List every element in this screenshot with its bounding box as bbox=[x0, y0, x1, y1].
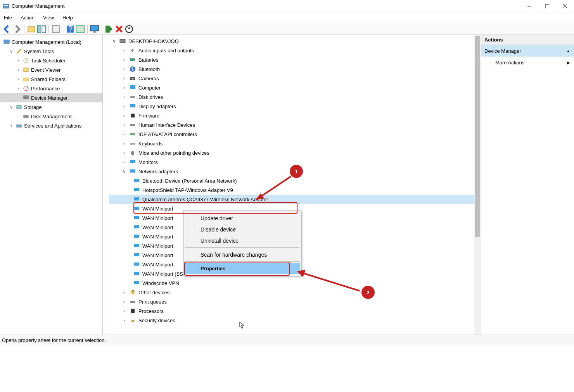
svg-rect-38 bbox=[130, 133, 135, 135]
ctx-uninstall-device[interactable]: Uninstall device bbox=[184, 235, 300, 246]
svg-rect-7 bbox=[38, 26, 41, 33]
expand-icon[interactable]: › bbox=[16, 67, 21, 73]
svg-rect-36 bbox=[131, 114, 135, 117]
hdd-icon bbox=[129, 93, 136, 100]
actions-section[interactable]: Device Manager▲ bbox=[481, 45, 574, 57]
mouse-icon bbox=[129, 149, 136, 156]
menu-view[interactable]: View bbox=[43, 15, 54, 21]
device-root[interactable]: ∨DESKTOP-HOKVJQQ bbox=[109, 36, 481, 46]
dev-hid[interactable]: ›Human Interface Devices bbox=[109, 120, 481, 130]
expand-icon[interactable]: › bbox=[16, 86, 21, 91]
expand-icon[interactable]: › bbox=[16, 58, 21, 63]
svg-rect-45 bbox=[134, 197, 139, 200]
up-button[interactable] bbox=[27, 24, 36, 34]
svg-rect-29 bbox=[134, 59, 135, 60]
tree-event-viewer[interactable]: ›Event Viewer bbox=[0, 65, 102, 74]
dev-bluetooth[interactable]: ›Bluetooth bbox=[109, 64, 481, 74]
svg-rect-48 bbox=[134, 225, 139, 228]
printer-icon bbox=[129, 298, 136, 305]
dev-mice[interactable]: ›Mice and other pointing devices bbox=[109, 148, 481, 157]
collapse-icon[interactable]: ∨ bbox=[9, 104, 14, 110]
chevron-right-icon: ▶ bbox=[567, 60, 570, 65]
expand-icon[interactable]: › bbox=[16, 76, 21, 82]
menubar: File Action View Help bbox=[0, 12, 574, 23]
forward-button[interactable] bbox=[12, 24, 22, 34]
dev-processors[interactable]: ›Processors bbox=[109, 306, 481, 316]
minimize-button[interactable] bbox=[520, 0, 538, 12]
collapse-icon[interactable]: ∨ bbox=[9, 48, 14, 54]
close-button[interactable] bbox=[556, 0, 574, 12]
svg-rect-50 bbox=[134, 244, 139, 247]
ctx-disable-device[interactable]: Disable device bbox=[184, 224, 300, 235]
menu-help[interactable]: Help bbox=[62, 15, 73, 21]
enable-device-button[interactable] bbox=[104, 24, 114, 34]
security-icon bbox=[129, 317, 136, 324]
svg-rect-57 bbox=[130, 301, 135, 303]
collapse-icon[interactable]: ∨ bbox=[111, 38, 117, 44]
menu-file[interactable]: File bbox=[4, 15, 12, 21]
dev-display[interactable]: ›Display adapters bbox=[109, 102, 481, 111]
svg-rect-1 bbox=[4, 5, 8, 6]
camera-icon bbox=[129, 75, 136, 82]
speaker-icon bbox=[129, 47, 136, 54]
tree-shared-folders[interactable]: ›Shared Folders bbox=[0, 74, 102, 84]
monitor-icon bbox=[129, 159, 136, 166]
separator bbox=[185, 247, 299, 248]
maximize-button[interactable] bbox=[538, 0, 556, 12]
svg-rect-24 bbox=[17, 106, 21, 109]
svg-rect-34 bbox=[130, 96, 135, 98]
dev-security[interactable]: ›Security devices bbox=[109, 316, 481, 325]
console-tree[interactable]: Computer Management (Local) ∨System Tool… bbox=[0, 35, 103, 335]
menu-action[interactable]: Action bbox=[21, 15, 35, 21]
svg-rect-20 bbox=[24, 78, 28, 81]
back-button[interactable] bbox=[2, 24, 12, 34]
scan-hardware-button[interactable] bbox=[124, 24, 134, 34]
nic-icon bbox=[133, 214, 140, 221]
network-icon bbox=[129, 168, 136, 175]
svg-rect-39 bbox=[130, 143, 135, 145]
dev-printq[interactable]: ›Print queues bbox=[109, 297, 481, 306]
svg-rect-41 bbox=[130, 160, 135, 163]
app-icon bbox=[3, 3, 9, 9]
event-icon bbox=[22, 66, 29, 73]
expand-icon[interactable]: › bbox=[9, 123, 14, 128]
scrollbar[interactable] bbox=[474, 35, 481, 335]
properties-button[interactable] bbox=[51, 24, 61, 34]
svg-rect-58 bbox=[131, 309, 135, 313]
dev-batteries[interactable]: ›Batteries bbox=[109, 55, 481, 64]
action-pane-button[interactable] bbox=[76, 24, 85, 34]
dev-audio[interactable]: ›Audio inputs and outputs bbox=[109, 46, 481, 55]
svg-rect-26 bbox=[17, 125, 21, 127]
monitor-icon[interactable] bbox=[90, 24, 99, 34]
bluetooth-icon bbox=[129, 66, 136, 73]
show-hide-tree-button[interactable] bbox=[37, 24, 46, 34]
tree-services-apps[interactable]: ›Services and Applications bbox=[0, 121, 102, 130]
scrollbar-thumb[interactable] bbox=[475, 36, 480, 237]
dev-ide[interactable]: ›IDE ATA/ATAPI controllers bbox=[109, 130, 481, 139]
dev-firmware[interactable]: ›Firmware bbox=[109, 111, 481, 120]
svg-text:?: ? bbox=[69, 24, 73, 33]
ctx-update-driver[interactable]: Update driver bbox=[184, 212, 300, 224]
annotation-box-2 bbox=[184, 262, 290, 276]
svg-rect-3 bbox=[545, 4, 549, 8]
tree-storage[interactable]: ∨Storage bbox=[0, 102, 102, 112]
tree-root[interactable]: Computer Management (Local) bbox=[0, 37, 102, 47]
more-actions[interactable]: More Actions▶ bbox=[481, 57, 574, 68]
tree-disk-management[interactable]: ›Disk Management bbox=[0, 112, 102, 121]
uninstall-button[interactable] bbox=[114, 24, 124, 34]
help-button[interactable]: ? bbox=[66, 24, 75, 34]
ctx-scan-hardware[interactable]: Scan for hardware changes bbox=[184, 249, 300, 260]
collapse-icon[interactable]: ∨ bbox=[121, 169, 127, 174]
dev-cameras[interactable]: ›Cameras bbox=[109, 74, 481, 83]
dev-computer[interactable]: ›Computer bbox=[109, 83, 481, 92]
tree-task-scheduler[interactable]: ›Task Scheduler bbox=[0, 56, 102, 65]
tree-system-tools[interactable]: ∨System Tools bbox=[0, 47, 102, 56]
svg-rect-14 bbox=[93, 31, 97, 33]
nic-icon bbox=[133, 187, 140, 193]
svg-rect-43 bbox=[134, 179, 139, 182]
dev-diskdrives[interactable]: ›Disk drives bbox=[109, 92, 481, 102]
nic-icon bbox=[133, 270, 140, 277]
tree-performance[interactable]: ›Performance bbox=[0, 84, 102, 93]
tree-device-manager[interactable]: ›Device Manager bbox=[0, 93, 102, 102]
dev-keyboards[interactable]: ›Keyboards bbox=[109, 139, 481, 148]
